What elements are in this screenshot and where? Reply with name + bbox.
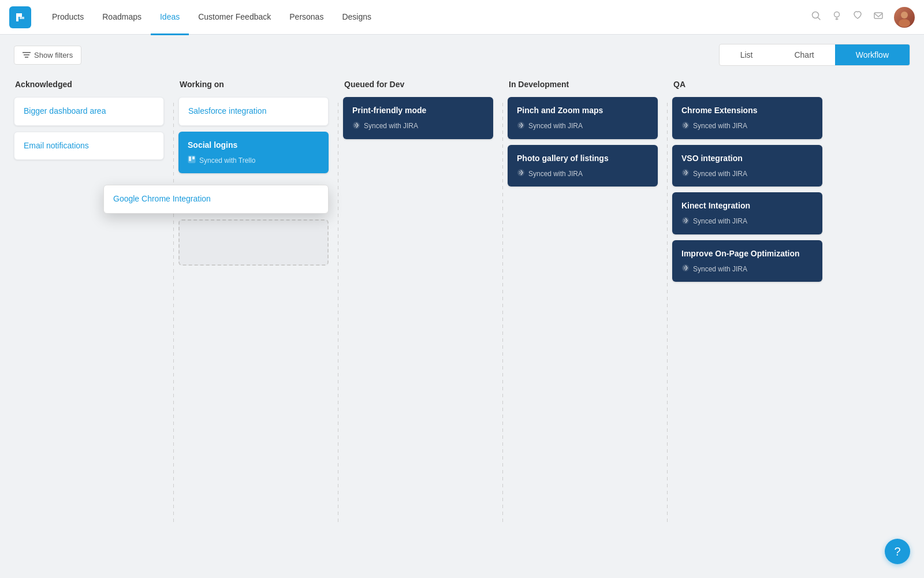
heart-icon[interactable] [852, 10, 863, 24]
card-social-logins[interactable]: Social logins Synced with Trello [178, 132, 329, 174]
card-kinect-integration[interactable]: Kinect Integration Synced with JIRA [672, 192, 822, 234]
jira-icon [681, 121, 690, 131]
card-title: Social logins [188, 140, 319, 151]
column-queued-dev: Queued for Dev Print-friendly mode Synce… [343, 80, 493, 525]
svg-point-2 [834, 12, 840, 17]
nav-roadmaps[interactable]: Roadmaps [93, 1, 151, 35]
card-title: VSO integration [681, 153, 813, 165]
column-cards-working-on: Salesforce integration Social logins Syn… [178, 97, 329, 214]
column-in-development: In Development Pinch and Zoom maps Synce… [508, 80, 658, 525]
nav-ideas[interactable]: Ideas [151, 1, 189, 35]
jira-icon [681, 217, 690, 226]
card-chrome-extensions[interactable]: Chrome Extensions Synced with JIRA [672, 97, 822, 139]
filter-icon [23, 52, 31, 58]
nav-designs[interactable]: Designs [333, 1, 381, 35]
column-header-in-development: In Development [508, 80, 658, 89]
card-google-chrome[interactable]: Google Chrome Integration [103, 185, 329, 214]
column-cards-queued-dev: Print-friendly mode Synced with JIRA [343, 97, 493, 139]
card-sync-info: Synced with JIRA [517, 169, 649, 178]
svg-rect-12 [189, 156, 191, 161]
trello-icon [188, 155, 196, 165]
tab-list[interactable]: List [720, 44, 774, 65]
show-filters-button[interactable]: Show filters [14, 46, 81, 65]
nav-customer-feedback[interactable]: Customer Feedback [189, 1, 280, 35]
column-acknowledged: Acknowledged Bigger dashboard area Email… [14, 80, 164, 525]
card-bigger-dashboard[interactable]: Bigger dashboard area [14, 97, 164, 126]
tab-chart[interactable]: Chart [773, 44, 834, 65]
column-working-on: Working on Salesforce integration Social… [178, 80, 329, 525]
help-button[interactable]: ? [885, 539, 910, 564]
card-title: Kinect Integration [681, 200, 813, 212]
tab-workflow[interactable]: Workflow [835, 44, 910, 65]
card-title: Print-friendly mode [352, 105, 484, 117]
view-tabs: List Chart Workflow [719, 44, 910, 66]
jira-icon [517, 121, 525, 131]
svg-point-6 [901, 12, 908, 18]
search-icon[interactable] [811, 10, 821, 24]
nav-products[interactable]: Products [43, 1, 93, 35]
drag-placeholder [178, 219, 329, 266]
card-improve-on-page[interactable]: Improve On-Page Optimization Synced with… [672, 240, 822, 282]
user-avatar[interactable] [894, 7, 915, 28]
card-email-notifications[interactable]: Email notifications [14, 132, 164, 161]
divider-3 [502, 103, 503, 525]
card-photo-gallery[interactable]: Photo gallery of listings Synced with JI… [508, 145, 658, 187]
card-title: Pinch and Zoom maps [517, 105, 649, 117]
card-title: Improve On-Page Optimization [681, 248, 813, 260]
main-nav: Products Roadmaps Ideas Customer Feedbac… [43, 0, 381, 35]
bulb-icon[interactable] [832, 10, 842, 24]
svg-point-0 [813, 12, 819, 18]
column-cards-qa: Chrome Extensions Synced with JIRA VSO i… [672, 97, 822, 282]
card-title: Photo gallery of listings [517, 153, 649, 165]
jira-icon [517, 169, 525, 178]
jira-icon [681, 169, 690, 178]
svg-rect-13 [192, 156, 195, 159]
card-sync-info: Synced with JIRA [681, 264, 813, 274]
divider-2 [338, 103, 338, 525]
card-print-friendly[interactable]: Print-friendly mode Synced with JIRA [343, 97, 493, 139]
column-cards-in-development: Pinch and Zoom maps Synced with JIRA Pho… [508, 97, 658, 187]
card-vso-integration[interactable]: VSO integration Synced with JIRA [672, 145, 822, 187]
card-title: Email notifications [24, 140, 154, 152]
column-header-acknowledged: Acknowledged [14, 80, 164, 89]
card-sync-info: Synced with Trello [188, 155, 319, 165]
toolbar: Show filters List Chart Workflow [0, 35, 924, 66]
jira-icon [681, 264, 690, 274]
svg-rect-5 [874, 13, 882, 18]
kanban-board: Acknowledged Bigger dashboard area Email… [0, 66, 924, 539]
column-qa: QA Chrome Extensions Synced with JIRA [672, 80, 822, 525]
column-header-queued-dev: Queued for Dev [343, 80, 493, 89]
card-sync-info: Synced with JIRA [681, 217, 813, 226]
card-sync-info: Synced with JIRA [517, 121, 649, 131]
nav-personas[interactable]: Personas [280, 1, 333, 35]
jira-icon [352, 121, 360, 131]
card-salesforce[interactable]: Salesforce integration [178, 97, 329, 126]
card-pinch-zoom[interactable]: Pinch and Zoom maps Synced with JIRA [508, 97, 658, 139]
card-title: Bigger dashboard area [24, 106, 154, 117]
svg-point-7 [899, 19, 910, 27]
column-header-qa: QA [672, 80, 822, 89]
column-header-working-on: Working on [178, 80, 329, 89]
card-sync-info: Synced with JIRA [681, 169, 813, 178]
card-sync-info: Synced with JIRA [681, 121, 813, 131]
card-title: Salesforce integration [188, 106, 319, 117]
divider-1 [173, 103, 174, 525]
card-sync-info: Synced with JIRA [352, 121, 484, 131]
navbar-actions [811, 7, 915, 28]
navbar: Products Roadmaps Ideas Customer Feedbac… [0, 0, 924, 35]
card-title: Google Chrome Integration [113, 193, 319, 205]
column-cards-acknowledged: Bigger dashboard area Email notification… [14, 97, 164, 160]
mail-icon[interactable] [873, 10, 884, 24]
app-logo[interactable] [9, 6, 31, 28]
divider-4 [667, 103, 668, 525]
svg-line-1 [818, 18, 821, 20]
card-title: Chrome Extensions [681, 105, 813, 117]
